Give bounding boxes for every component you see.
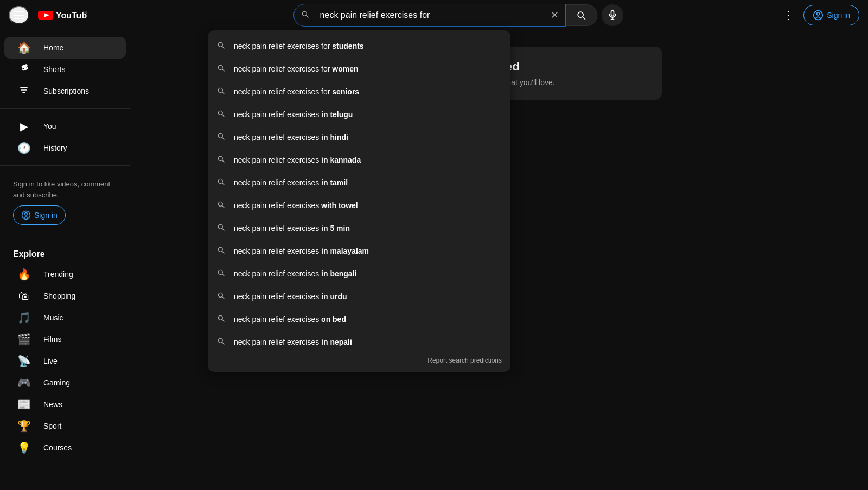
svg-line-14	[222, 47, 224, 48]
autocomplete-dropdown: neck pain relief exercises for studentsn…	[208, 30, 510, 372]
mic-button[interactable]	[602, 4, 623, 26]
sidebar-item-music[interactable]: 🎵 Music	[4, 307, 126, 328]
films-icon: 🎬	[17, 333, 30, 346]
sidebar-item-courses[interactable]: 💡 Courses	[4, 437, 126, 459]
svg-rect-6	[611, 11, 614, 16]
sidebar-item-films-label: Films	[43, 335, 61, 344]
svg-line-24	[222, 160, 224, 162]
sidebar-item-news[interactable]: 📰 News	[4, 394, 126, 415]
sidebar-divider-1	[0, 108, 130, 109]
trending-icon: 🔥	[17, 268, 30, 281]
svg-point-23	[218, 156, 222, 160]
autocomplete-item-7[interactable]: neck pain relief exercises with towel	[208, 194, 510, 217]
sidebar-user-icon	[21, 210, 31, 220]
autocomplete-text-9: neck pain relief exercises in malayalam	[234, 247, 369, 255]
sidebar-divider-2	[0, 165, 130, 166]
sidebar-item-sport-label: Sport	[43, 422, 61, 430]
sidebar: 🏠 Home Shorts Subscriptions ▶ You 🕐 Hist…	[0, 30, 130, 490]
autocomplete-item-0[interactable]: neck pain relief exercises for students	[208, 35, 510, 57]
svg-point-29	[218, 224, 222, 229]
sidebar-item-trending-label: Trending	[43, 270, 73, 279]
svg-point-21	[218, 133, 222, 138]
get-started-text: eos that you'll love.	[490, 78, 649, 87]
sidebar-divider-3	[0, 238, 130, 238]
svg-point-13	[218, 42, 222, 47]
sidebar-item-home-label: Home	[43, 43, 63, 52]
autocomplete-search-icon-9	[216, 246, 225, 256]
sidebar-item-gaming[interactable]: 🎮 Gaming	[4, 372, 126, 394]
you-icon: ▶	[17, 120, 30, 133]
svg-point-35	[218, 293, 222, 297]
autocomplete-item-12[interactable]: neck pain relief exercises on bed	[208, 308, 510, 331]
sidebar-item-films[interactable]: 🎬 Films	[4, 328, 126, 350]
history-icon: 🕐	[17, 141, 30, 154]
sidebar-item-history[interactable]: 🕐 History	[4, 137, 126, 159]
autocomplete-item-9[interactable]: neck pain relief exercises in malayalam	[208, 240, 510, 262]
autocomplete-item-5[interactable]: neck pain relief exercises in kannada	[208, 149, 510, 171]
sidebar-item-home[interactable]: 🏠 Home	[4, 37, 126, 59]
autocomplete-item-13[interactable]: neck pain relief exercises in nepali	[208, 331, 510, 353]
sidebar-item-subscriptions[interactable]: Subscriptions	[4, 80, 126, 102]
autocomplete-item-4[interactable]: neck pain relief exercises in hindi	[208, 126, 510, 149]
menu-button[interactable]	[9, 6, 29, 24]
autocomplete-text-10: neck pain relief exercises in bengali	[234, 269, 356, 278]
search-submit-icon	[576, 10, 586, 21]
live-icon: 📡	[17, 354, 30, 368]
svg-line-20	[222, 115, 224, 117]
svg-point-27	[218, 202, 222, 206]
autocomplete-item-8[interactable]: neck pain relief exercises in 5 min	[208, 217, 510, 240]
autocomplete-text-11: neck pain relief exercises in urdu	[234, 292, 347, 301]
mic-icon	[607, 10, 618, 21]
svg-point-17	[218, 88, 222, 92]
autocomplete-item-3[interactable]: neck pain relief exercises in telugu	[208, 103, 510, 126]
sidebar-item-subscriptions-label: Subscriptions	[43, 87, 89, 95]
sidebar-item-sport[interactable]: 🏆 Sport	[4, 415, 126, 437]
sport-icon: 🏆	[17, 420, 30, 433]
svg-line-34	[222, 274, 224, 276]
autocomplete-search-icon-10	[216, 268, 225, 279]
autocomplete-item-11[interactable]: neck pain relief exercises in urdu	[208, 285, 510, 308]
autocomplete-search-icon-4	[216, 132, 225, 143]
svg-line-32	[222, 252, 224, 253]
autocomplete-item-1[interactable]: neck pain relief exercises for women	[208, 57, 510, 80]
svg-line-18	[222, 92, 224, 94]
autocomplete-item-6[interactable]: neck pain relief exercises in tamil	[208, 171, 510, 194]
sidebar-item-you[interactable]: ▶ You	[4, 115, 126, 137]
sidebar-item-gaming-label: Gaming	[43, 378, 70, 387]
sidebar-sign-in-button[interactable]: Sign in	[13, 205, 66, 225]
more-options-button[interactable]: ⋮	[777, 4, 799, 26]
gaming-icon: 🎮	[17, 376, 30, 389]
svg-line-36	[222, 297, 224, 299]
sidebar-item-shopping[interactable]: 🛍 Shopping	[4, 285, 126, 307]
clear-button[interactable]: ✕	[544, 9, 565, 21]
home-icon: 🏠	[17, 41, 30, 54]
autocomplete-item-10[interactable]: neck pain relief exercises in bengali	[208, 262, 510, 285]
svg-point-4	[578, 12, 584, 17]
svg-line-26	[222, 183, 224, 185]
autocomplete-search-icon-8	[216, 223, 225, 234]
logo[interactable]: YouTube IN	[38, 10, 87, 21]
sidebar-item-history-label: History	[43, 144, 67, 152]
sidebar-item-shorts[interactable]: Shorts	[4, 59, 126, 80]
header-sign-in-label: Sign in	[827, 11, 850, 20]
autocomplete-text-2: neck pain relief exercises for seniors	[234, 87, 359, 96]
autocomplete-search-icon-2	[216, 86, 225, 97]
autocomplete-search-icon-0	[216, 41, 225, 51]
sidebar-item-live[interactable]: 📡 Live	[4, 350, 126, 372]
header-sign-in-button[interactable]: Sign in	[803, 5, 859, 25]
svg-point-33	[218, 270, 222, 274]
search-submit-button[interactable]	[566, 4, 597, 26]
music-icon: 🎵	[17, 311, 30, 324]
autocomplete-text-1: neck pain relief exercises for women	[234, 65, 359, 73]
svg-point-12	[25, 213, 28, 216]
search-input[interactable]	[316, 4, 545, 26]
sidebar-item-trending[interactable]: 🔥 Trending	[4, 263, 126, 285]
autocomplete-search-icon-3	[216, 109, 225, 120]
report-predictions-link[interactable]: Report search predictions	[208, 353, 510, 368]
subscriptions-icon	[17, 85, 30, 98]
header-right: ⋮ Sign in	[777, 4, 859, 26]
autocomplete-search-icon-5	[216, 154, 225, 165]
autocomplete-item-2[interactable]: neck pain relief exercises for seniors	[208, 80, 510, 103]
svg-text:IN: IN	[83, 10, 87, 15]
svg-point-37	[218, 315, 222, 320]
